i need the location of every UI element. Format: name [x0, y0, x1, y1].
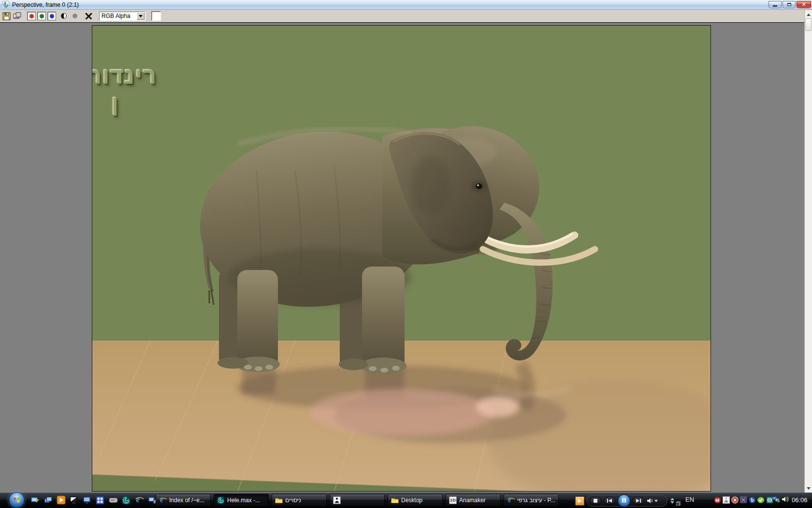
red-channel-icon — [29, 14, 34, 18]
minimize-button[interactable] — [768, 1, 782, 8]
taskbar-button-label: ניסויים — [285, 497, 301, 504]
channel-display-dropdown[interactable]: RGB Alpha — [99, 12, 145, 21]
red-shield-icon[interactable] — [731, 496, 739, 504]
render-canvas: רינדור ן — [0, 23, 812, 493]
render-watermark: רינדור ן — [92, 64, 157, 87]
internet-explorer-icon: e — [159, 496, 167, 504]
clone-rendered-frame-button[interactable] — [13, 11, 22, 21]
scroll-down-icon[interactable] — [805, 485, 812, 492]
green-channel-icon — [40, 14, 44, 18]
vertical-scrollbar[interactable] — [804, 10, 812, 493]
green-check-icon[interactable] — [757, 496, 765, 504]
task-buttons: e Index of /~e... Hele.max -... ניסויים — [156, 494, 559, 506]
3dsmax-icon — [2, 1, 9, 8]
volume-dropdown-icon[interactable] — [647, 498, 658, 504]
window-title: Perspective, frame 0 (2:1) — [12, 1, 79, 8]
taskbar-button-label: Hele.max -... — [227, 497, 260, 504]
bw-monitor-icon[interactable] — [69, 495, 79, 505]
blue-channel-icon — [50, 14, 54, 18]
save-bitmap-icon — [2, 12, 11, 20]
close-button[interactable]: ✕ — [797, 1, 811, 8]
taskbar-button-person-app[interactable] — [330, 494, 385, 506]
next-button[interactable] — [633, 497, 644, 505]
person-app-icon — [333, 496, 341, 504]
internet-explorer-icon: e — [507, 496, 515, 504]
quick-launch-bar: e — [30, 495, 170, 505]
3dsmax-swirl-icon[interactable] — [121, 495, 131, 505]
channel-display-value: RGB Alpha — [100, 13, 137, 19]
wmp-mini-icon[interactable] — [575, 496, 584, 506]
previous-button[interactable] — [604, 497, 615, 505]
mail-notifier-icon[interactable]: M — [713, 496, 721, 504]
vfb-toolbar: RGB Alpha — [0, 10, 812, 23]
svg-text:D: D — [452, 498, 455, 503]
babylon-b-icon[interactable]: b — [748, 496, 756, 504]
start-button[interactable] — [9, 492, 25, 508]
minimize-icon — [773, 5, 777, 7]
restore-button[interactable] — [783, 1, 796, 8]
clear-button[interactable] — [85, 13, 92, 20]
media-player-icon[interactable] — [56, 495, 66, 505]
switch-windows-icon[interactable] — [43, 495, 53, 505]
watermark-text-2: ן — [112, 92, 119, 115]
taskbar-button-label: Anamaker — [459, 497, 486, 504]
taskbar-button-itzuv-grafi[interactable]: e עיצוב גרפי - P... — [504, 494, 559, 506]
screen: Perspective, frame 0 (2:1) ✕ — [0, 0, 812, 508]
save-bitmap-button[interactable] — [1, 11, 11, 21]
chevron-down-icon[interactable] — [137, 13, 145, 20]
stop-button[interactable] — [590, 497, 601, 505]
folder-icon — [275, 496, 283, 504]
system-tray: M b — [713, 496, 773, 504]
taskbar-button-hele-max[interactable]: Hele.max -... — [214, 494, 269, 506]
taskbar-button-desktop[interactable]: Desktop — [388, 494, 443, 506]
rendered-image: רינדור ן — [92, 25, 711, 492]
network-icon[interactable] — [772, 495, 780, 503]
grid-app-icon[interactable] — [95, 495, 105, 505]
blue-channel-toggle[interactable] — [47, 12, 56, 20]
windows-flag-icon — [13, 496, 21, 504]
alpha-channel-toggle[interactable] — [72, 14, 77, 18]
taskbar-clock[interactable]: 06:06 — [792, 496, 808, 504]
svg-text:e: e — [136, 495, 139, 504]
blue-monitor-icon[interactable] — [82, 495, 92, 505]
internet-explorer-icon[interactable]: e — [134, 495, 144, 505]
monochrome-toggle[interactable] — [61, 13, 67, 19]
folder-icon — [391, 496, 399, 504]
svg-text:M: M — [715, 498, 719, 503]
watermark-text: רינדור — [92, 64, 157, 87]
taskbar-button-anamaker[interactable]: 3D Anamaker — [446, 494, 501, 506]
pause-button[interactable] — [618, 494, 630, 507]
system-tray-right — [772, 495, 789, 503]
red-channel-toggle[interactable] — [27, 12, 36, 20]
taskbar-button-label: Index of /~e... — [169, 497, 204, 504]
drive-icon[interactable] — [108, 495, 118, 505]
svg-text:b: b — [751, 498, 754, 503]
background-color-swatch[interactable] — [151, 11, 161, 21]
taskbar-button-label: עיצוב גרפי - P... — [517, 497, 555, 504]
speaker-icon[interactable] — [782, 495, 789, 503]
taskbar-button-nisuyim[interactable]: ניסויים — [272, 494, 327, 506]
3d-app-icon: 3D — [449, 496, 457, 504]
svg-text:e: e — [160, 496, 163, 504]
restore-band-icon[interactable] — [676, 499, 681, 508]
scrollbar-thumb[interactable] — [805, 18, 812, 31]
purple-x-icon[interactable] — [740, 496, 747, 504]
taskbar: e e Index of /~e... Hele.max -... — [0, 493, 812, 508]
scroll-up-icon[interactable] — [805, 11, 812, 18]
media-player-band — [575, 494, 681, 508]
taskbar-button-label: Desktop — [401, 497, 422, 504]
render-scene — [92, 26, 711, 492]
svg-text:3: 3 — [450, 498, 452, 503]
elephant-eye — [471, 180, 487, 192]
render-window-titlebar[interactable]: Perspective, frame 0 (2:1) ✕ — [0, 0, 812, 10]
language-indicator[interactable]: EN — [685, 496, 694, 503]
close-icon: ✕ — [801, 2, 806, 7]
clone-rendered-frame-icon — [13, 12, 22, 20]
taskbar-button-index-of[interactable]: e Index of /~e... — [156, 494, 211, 506]
show-desktop-icon[interactable] — [30, 495, 40, 505]
restore-icon — [787, 3, 791, 6]
deskband-grip-icon[interactable] — [670, 498, 674, 504]
java-icon[interactable] — [722, 496, 730, 504]
3dsmax-swirl-icon — [217, 496, 225, 504]
green-channel-toggle[interactable] — [37, 12, 46, 20]
